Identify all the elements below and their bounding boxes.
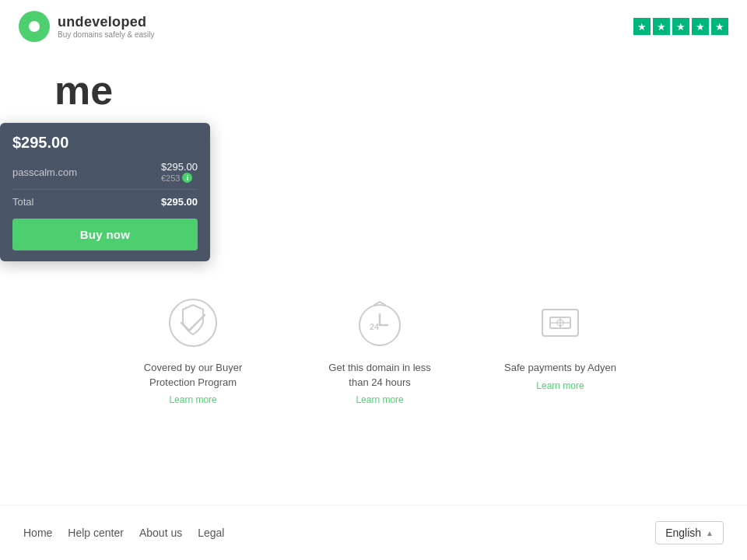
feature-24hours-link[interactable]: Learn more (356, 394, 403, 405)
star-3: ★ (672, 18, 689, 35)
feature-buyer-protection: Covered by our Buyer Protection Program … (131, 296, 255, 404)
popup-amount: $295.00 (161, 161, 198, 173)
feature-24hours-title: Get this domain in less than 24 hours (317, 361, 442, 389)
safe-payments-icon (533, 296, 587, 350)
feature-safe-payments-title: Safe payments by Adyen (504, 361, 616, 375)
price-popup: $295.00 passcalm.com $295.00 €253 i Tota… (0, 123, 210, 261)
footer-link-about[interactable]: About us (139, 527, 182, 539)
language-selector[interactable]: English ▲ (655, 521, 724, 544)
footer-link-legal[interactable]: Legal (198, 527, 224, 539)
logo-area: undeveloped Buy domains safely & easily (19, 11, 155, 42)
domain-name-line1: me (54, 68, 724, 113)
svg-text:24: 24 (370, 322, 380, 331)
24hours-icon: 24 (352, 296, 407, 350)
star-1: ★ (633, 18, 651, 35)
popup-divider (12, 189, 198, 190)
footer-link-home[interactable]: Home (23, 527, 52, 539)
popup-eur: €253 i (161, 173, 198, 183)
popup-domain-row: passcalm.com $295.00 €253 i (12, 161, 198, 183)
logo-text: undeveloped Buy domains safely & easily (58, 14, 155, 39)
header: undeveloped Buy domains safely & easily … (0, 0, 747, 53)
popup-total-row: Total $295.00 (12, 196, 198, 208)
feature-24hours: 24 Get this domain in less than 24 hours… (317, 296, 442, 404)
buyer-protection-icon (166, 296, 220, 350)
popup-total-label: Total (12, 196, 33, 208)
logo-subtitle: Buy domains safely & easily (58, 30, 155, 39)
language-arrow-icon: ▲ (706, 529, 714, 537)
svg-point-0 (170, 299, 216, 346)
popup-price-header: $295.00 (12, 134, 198, 152)
popup-domain-name: passcalm.com (12, 166, 77, 178)
feature-safe-payments: Safe payments by Adyen Learn more (504, 296, 616, 404)
star-2: ★ (653, 18, 670, 35)
logo-title: undeveloped (58, 14, 155, 30)
main-content: $295.00 passcalm.com $295.00 €253 i Tota… (0, 53, 747, 249)
footer-link-help[interactable]: Help center (68, 527, 124, 539)
buy-now-button[interactable]: Buy now (12, 219, 198, 250)
info-icon: i (182, 173, 192, 183)
feature-safe-payments-link[interactable]: Learn more (536, 380, 584, 391)
popup-eur-amount: €253 (161, 173, 180, 183)
star-4: ★ (692, 18, 709, 35)
features-section: Covered by our Buyer Protection Program … (0, 264, 747, 428)
trustpilot-stars: ★ ★ ★ ★ ★ (633, 18, 728, 35)
language-label: English (665, 527, 701, 539)
feature-buyer-protection-title: Covered by our Buyer Protection Program (131, 361, 255, 389)
feature-buyer-protection-link[interactable]: Learn more (169, 394, 216, 405)
popup-total-amount: $295.00 (161, 196, 198, 208)
footer: Home Help center About us Legal English … (0, 505, 747, 560)
logo-circle-inner (29, 21, 40, 32)
footer-links: Home Help center About us Legal (23, 527, 224, 539)
logo-icon (19, 11, 50, 42)
star-5: ★ (711, 18, 728, 35)
